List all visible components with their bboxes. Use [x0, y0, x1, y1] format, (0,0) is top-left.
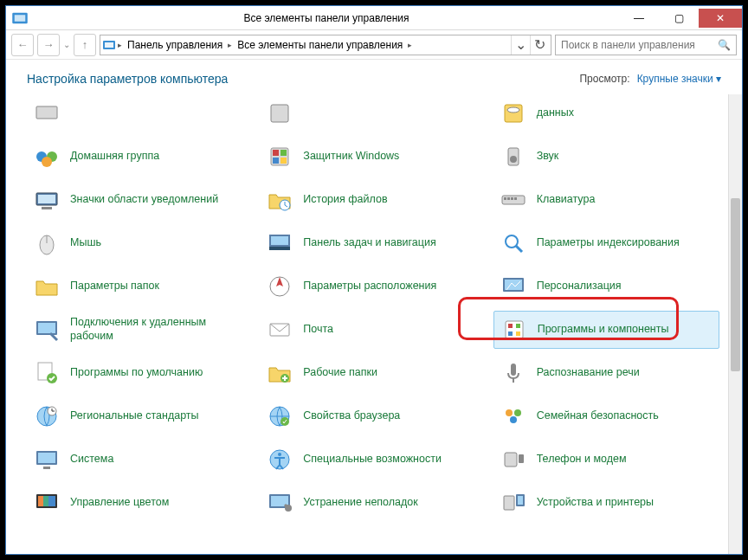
control-panel-item[interactable]: Устройства и принтеры	[493, 484, 719, 522]
control-panel-item[interactable]: Параметры индексирования	[493, 224, 719, 262]
family-icon	[499, 402, 528, 431]
svg-rect-24	[507, 197, 510, 200]
forward-button[interactable]: →	[37, 34, 60, 56]
breadcrumb-item[interactable]: Панель управления	[124, 39, 226, 51]
item-label: Программы по умолчанию	[70, 366, 203, 380]
control-panel-icon	[11, 10, 29, 27]
svg-point-32	[506, 235, 518, 248]
crumb-separator-icon: ▸	[226, 41, 234, 49]
window-title: Все элементы панели управления	[34, 12, 619, 24]
svg-rect-15	[280, 158, 287, 164]
breadcrumb-item[interactable]: Все элементы панели управления	[234, 39, 406, 51]
crumb-separator-icon: ▸	[116, 41, 124, 49]
personalize-icon	[499, 272, 528, 301]
control-panel-item[interactable]: Подключения к удаленным рабочим	[27, 311, 253, 349]
item-label: Телефон и модем	[537, 453, 627, 467]
control-panel-item[interactable]: Программы и компоненты	[493, 311, 719, 349]
datasrc-icon	[499, 99, 528, 128]
remote-icon	[32, 315, 61, 344]
item-label: Региональные стандарты	[70, 409, 199, 423]
item-label: Свойства браузера	[303, 409, 400, 423]
speech-icon	[499, 358, 528, 388]
region-icon	[32, 402, 61, 431]
control-panel-item[interactable]: Свойства браузера	[260, 397, 486, 435]
control-panel-item[interactable]: Значки области уведомлений	[27, 181, 253, 219]
folderopt-icon	[32, 272, 61, 301]
item-label: Домашняя группа	[70, 150, 159, 164]
svg-point-10	[42, 157, 52, 167]
control-panel-item[interactable]: Программы по умолчанию	[27, 354, 253, 392]
crumb-separator-icon: ▸	[406, 41, 414, 49]
control-panel-item[interactable]: данных	[493, 94, 719, 132]
mouse-icon	[32, 229, 61, 258]
control-panel-item[interactable]	[27, 94, 253, 132]
search-input[interactable]	[561, 39, 718, 51]
svg-point-62	[278, 453, 281, 456]
svg-rect-20	[42, 207, 52, 209]
control-panel-item[interactable]: Звук	[493, 138, 719, 176]
svg-rect-68	[48, 496, 55, 506]
clip-icon	[32, 99, 61, 128]
svg-rect-37	[38, 323, 55, 333]
control-panel-item[interactable]: Рабочие папки	[260, 354, 486, 392]
control-panel-item[interactable]: Управление цветом	[27, 484, 253, 522]
back-button[interactable]: ←	[11, 34, 34, 56]
maximize-button[interactable]: ▢	[659, 9, 699, 28]
refresh-button[interactable]: ↻	[530, 35, 549, 55]
scrollbar-thumb[interactable]	[731, 198, 740, 371]
control-panel-item[interactable]: Семейная безопасность	[493, 397, 719, 435]
color-icon	[32, 488, 61, 518]
svg-rect-25	[511, 197, 513, 200]
control-panel-item[interactable]: Региональные стандарты	[27, 397, 253, 435]
control-panel-item[interactable]: Домашняя группа	[27, 138, 253, 176]
item-label: Семейная безопасность	[537, 409, 659, 423]
items-grid: данныхДомашняя группаЗащитник WindowsЗву…	[27, 94, 719, 522]
control-panel-item[interactable]: Специальные возможности	[260, 441, 486, 479]
search-icon[interactable]: 🔍	[718, 39, 731, 51]
control-panel-item[interactable]: Распознавание речи	[493, 354, 719, 392]
homegroup-icon	[32, 142, 61, 171]
control-panel-item[interactable]: Мышь	[27, 224, 253, 262]
control-panel-item[interactable]: Панель задач и навигация	[260, 224, 486, 262]
svg-rect-5	[271, 105, 288, 122]
item-label: Параметры индексирования	[537, 236, 680, 250]
control-panel-item[interactable]	[260, 94, 486, 132]
svg-rect-1	[15, 15, 26, 22]
item-label: История файлов	[303, 193, 387, 207]
close-button[interactable]: ✕	[699, 9, 742, 28]
control-panel-item[interactable]: Телефон и модем	[493, 441, 719, 479]
address-bar[interactable]: ▸ Панель управления ▸ Все элементы панел…	[100, 35, 551, 55]
svg-rect-3	[105, 42, 113, 48]
svg-rect-67	[43, 496, 48, 506]
search-box[interactable]: 🔍	[555, 35, 737, 55]
keyboard-icon	[499, 185, 528, 215]
history-dropdown-icon[interactable]: ⌄	[63, 40, 70, 49]
defender-icon	[265, 142, 294, 171]
control-panel-item[interactable]: Клавиатура	[493, 181, 719, 219]
svg-rect-60	[43, 467, 50, 469]
control-panel-item[interactable]: Параметры расположения	[260, 267, 486, 306]
control-panel-item[interactable]: Система	[27, 441, 253, 479]
svg-rect-72	[504, 496, 514, 510]
control-panel-item[interactable]: История файлов	[260, 181, 486, 219]
titlebar: Все элементы панели управления — ▢ ✕	[6, 6, 742, 30]
address-dropdown-icon[interactable]: ⌄	[511, 35, 530, 55]
control-panel-item[interactable]: Параметры папок	[27, 267, 253, 306]
scrollbar[interactable]	[728, 94, 742, 554]
svg-rect-26	[514, 197, 517, 200]
svg-rect-47	[511, 364, 516, 376]
control-panel-item[interactable]: Персонализация	[493, 267, 719, 306]
svg-rect-31	[271, 236, 288, 245]
svg-rect-23	[504, 197, 506, 200]
item-label: Панель задач и навигация	[303, 236, 435, 250]
up-button[interactable]: ↑	[74, 34, 96, 56]
item-label: Рабочие папки	[303, 366, 377, 380]
control-panel-item[interactable]: Защитник Windows	[260, 138, 486, 176]
control-panel-item[interactable]: Устранение неполадок	[260, 484, 486, 522]
item-label: Подключения к удаленным рабочим	[70, 316, 248, 343]
svg-rect-63	[505, 453, 517, 467]
control-panel-item[interactable]: Почта	[260, 311, 486, 349]
mail-icon	[265, 315, 294, 344]
view-selector[interactable]: Крупные значки ▾	[637, 73, 721, 85]
minimize-button[interactable]: —	[619, 9, 659, 28]
